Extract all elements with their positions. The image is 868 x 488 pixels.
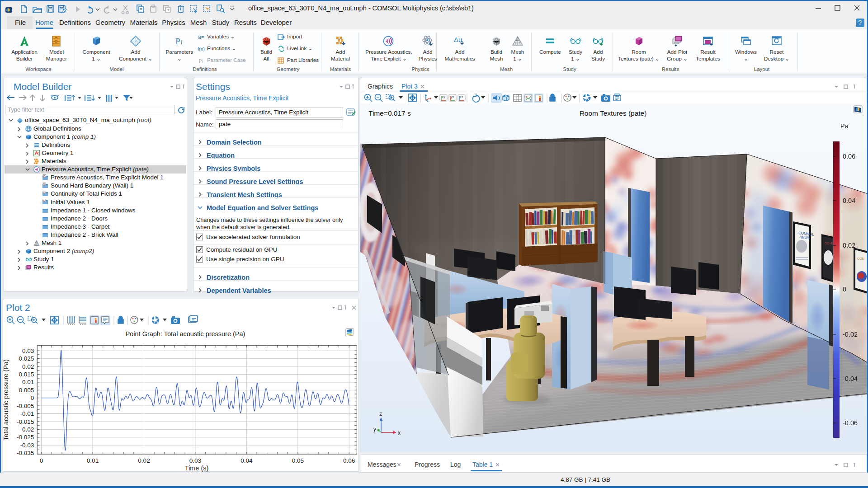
svg-text:-0.01: -0.01 — [20, 410, 34, 417]
svg-text:-0.04: -0.04 — [843, 375, 858, 382]
svg-text:0.03: 0.03 — [22, 347, 34, 354]
svg-text:COM: COM — [857, 257, 865, 260]
svg-text:yz: yz — [451, 95, 454, 99]
svg-text:0.02: 0.02 — [138, 457, 150, 464]
svg-text:0.02: 0.02 — [843, 242, 855, 249]
svg-text:0.04: 0.04 — [843, 197, 855, 204]
svg-text:xz: xz — [460, 95, 463, 99]
svg-text:f(x): f(x) — [198, 46, 205, 52]
svg-text:Time=0.017 s: Time=0.017 s — [368, 109, 411, 117]
svg-text:D: D — [43, 199, 45, 202]
svg-text:Total acoustic pressure (Pa): Total acoustic pressure (Pa) — [2, 359, 9, 441]
svg-text:Δu: Δu — [454, 36, 462, 43]
svg-text:0.06: 0.06 — [843, 153, 855, 160]
svg-text:0.01: 0.01 — [87, 457, 99, 464]
svg-text:Time (s): Time (s) — [185, 465, 209, 472]
svg-text:-0.015: -0.015 — [17, 418, 34, 425]
svg-text:0: 0 — [31, 394, 34, 401]
svg-text:COMS: COMS — [825, 242, 834, 245]
svg-text:xy: xy — [442, 95, 445, 99]
svg-text:x: x — [398, 430, 401, 436]
svg-text:-0.02: -0.02 — [843, 331, 858, 338]
svg-text:-0.005: -0.005 — [17, 403, 34, 409]
svg-text:0.03: 0.03 — [189, 457, 201, 464]
svg-text:D: D — [43, 191, 45, 194]
svg-text:0: 0 — [40, 457, 43, 464]
svg-text:0.015: 0.015 — [19, 371, 34, 378]
svg-text:0.01: 0.01 — [22, 379, 34, 385]
svg-text:0.02: 0.02 — [22, 363, 34, 370]
svg-text:a=: a= — [198, 34, 204, 40]
svg-text:P: P — [175, 37, 180, 46]
svg-text:-0.025: -0.025 — [17, 434, 34, 441]
svg-text:0.04: 0.04 — [241, 457, 253, 464]
svg-text:0.05: 0.05 — [292, 457, 304, 464]
svg-text:D: D — [43, 175, 45, 178]
svg-text:-0.035: -0.035 — [17, 450, 34, 456]
svg-text:0.06: 0.06 — [343, 457, 355, 464]
svg-text:Pa: Pa — [840, 122, 849, 130]
svg-text:-0.02: -0.02 — [20, 426, 34, 433]
svg-text:0.005: 0.005 — [19, 387, 34, 394]
svg-text:y: y — [373, 426, 376, 432]
svg-text:P: P — [198, 57, 202, 64]
svg-text:Room Textures (pate): Room Textures (pate) — [580, 109, 647, 117]
svg-text:-0.06: -0.06 — [843, 419, 858, 427]
svg-text:-0.03: -0.03 — [20, 442, 34, 449]
svg-text:i: i — [181, 39, 182, 46]
svg-text:z: z — [379, 411, 382, 417]
svg-text:0.025: 0.025 — [19, 355, 34, 362]
svg-text:D: D — [43, 183, 45, 186]
svg-text:0: 0 — [843, 286, 846, 293]
svg-text:i: i — [202, 59, 203, 64]
